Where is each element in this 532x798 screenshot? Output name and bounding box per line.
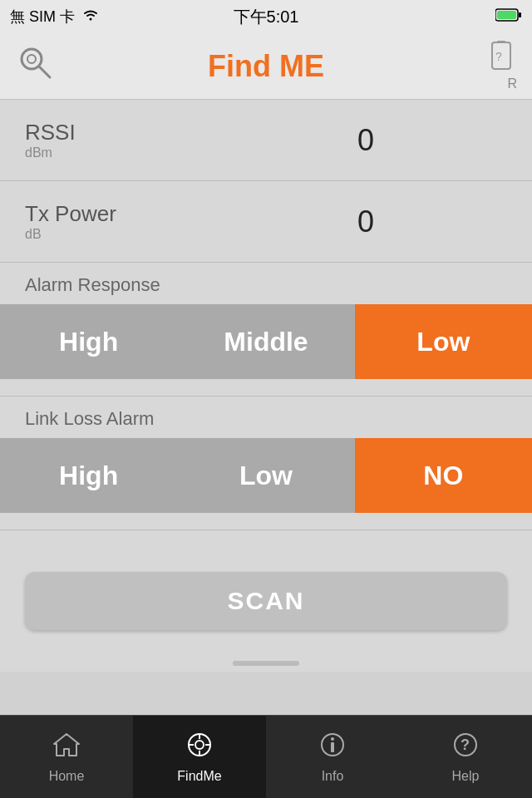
help-icon: ? bbox=[451, 731, 480, 766]
home-icon bbox=[52, 731, 81, 766]
tab-home[interactable]: Home bbox=[0, 716, 133, 798]
alarm-response-control: High Middle Low bbox=[0, 304, 532, 379]
rssi-label: RSSI bbox=[25, 120, 76, 145]
spacer-3 bbox=[0, 530, 532, 547]
linkloss-low-button[interactable]: Low bbox=[177, 438, 354, 513]
svg-marker-10 bbox=[54, 734, 79, 756]
svg-rect-8 bbox=[497, 41, 505, 43]
txpower-sublabel: dB bbox=[25, 227, 116, 242]
svg-line-5 bbox=[39, 66, 50, 77]
tab-bar: Home FindMe Info bbox=[0, 715, 532, 798]
svg-point-6 bbox=[27, 55, 36, 63]
battery-status-icon bbox=[495, 7, 522, 27]
status-bar: 無 SIM 卡 下午5:01 bbox=[0, 0, 532, 33]
tab-help[interactable]: ? Help bbox=[399, 716, 532, 798]
header: Find ME ? R bbox=[0, 33, 532, 100]
link-loss-label: Link Loss Alarm bbox=[0, 397, 532, 438]
info-icon bbox=[318, 731, 347, 766]
alarm-middle-button[interactable]: Middle bbox=[177, 304, 354, 379]
svg-text:?: ? bbox=[461, 736, 470, 753]
rssi-row: RSSI dBm 0 bbox=[0, 100, 532, 181]
svg-text:?: ? bbox=[495, 50, 502, 63]
link-loss-control: High Low NO bbox=[0, 438, 532, 513]
carrier-label: 無 SIM 卡 bbox=[10, 7, 75, 27]
scroll-indicator bbox=[0, 655, 532, 672]
scan-section: SCAN bbox=[0, 547, 532, 655]
wifi-icon bbox=[81, 8, 100, 26]
svg-rect-2 bbox=[519, 12, 521, 17]
svg-point-12 bbox=[195, 741, 204, 749]
alarm-response-label: Alarm Response bbox=[0, 263, 532, 304]
linkloss-high-button[interactable]: High bbox=[0, 438, 177, 513]
txpower-value: 0 bbox=[357, 204, 374, 239]
tab-info-label: Info bbox=[322, 769, 344, 784]
scan-button[interactable]: SCAN bbox=[25, 572, 507, 630]
tab-findme[interactable]: FindMe bbox=[133, 716, 266, 798]
svg-point-0 bbox=[90, 17, 92, 20]
spacer-2 bbox=[0, 513, 532, 530]
app-title: Find ME bbox=[208, 49, 324, 84]
rssi-value: 0 bbox=[357, 123, 374, 158]
main-content: RSSI dBm 0 Tx Power dB 0 Alarm Response … bbox=[0, 100, 532, 672]
txpower-label: Tx Power bbox=[25, 201, 116, 227]
svg-rect-19 bbox=[331, 742, 334, 752]
tab-findme-label: FindMe bbox=[177, 769, 221, 784]
tab-help-label: Help bbox=[452, 769, 480, 784]
status-time: 下午5:01 bbox=[234, 6, 299, 28]
spacer-1 bbox=[0, 379, 532, 396]
alarm-low-button[interactable]: Low bbox=[355, 304, 532, 379]
linkloss-no-button[interactable]: NO bbox=[355, 438, 532, 513]
scroll-bar bbox=[233, 661, 299, 666]
txpower-row: Tx Power dB 0 bbox=[0, 181, 532, 263]
tab-info[interactable]: Info bbox=[266, 716, 399, 798]
alarm-high-button[interactable]: High bbox=[0, 304, 177, 379]
rssi-sublabel: dBm bbox=[25, 145, 76, 160]
findme-icon bbox=[185, 731, 214, 766]
search-icon[interactable] bbox=[17, 44, 53, 88]
svg-rect-3 bbox=[497, 11, 516, 19]
tab-home-label: Home bbox=[49, 769, 85, 784]
svg-point-18 bbox=[331, 737, 334, 741]
header-battery-icon: ? R bbox=[489, 41, 519, 91]
